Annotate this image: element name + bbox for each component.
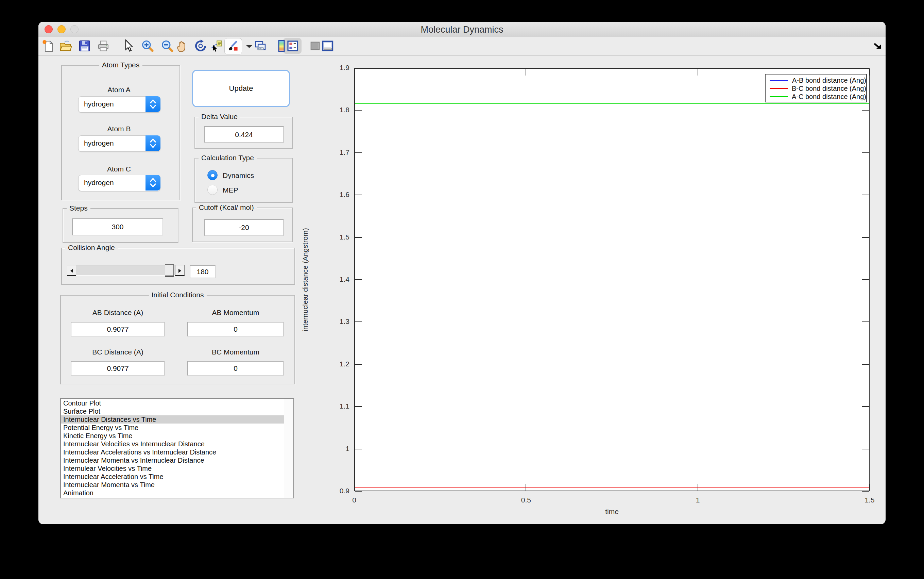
bc-momentum-field[interactable]	[187, 361, 284, 376]
y-tick	[355, 449, 362, 450]
ab-distance-label: AB Distance (A)	[71, 309, 165, 317]
y-tick-label: 1.4	[324, 275, 349, 283]
collision-angle-field[interactable]	[190, 265, 215, 278]
pan-icon[interactable]	[175, 39, 189, 53]
bc-momentum-label: BC Momentum	[187, 348, 284, 356]
steps-field[interactable]	[72, 218, 163, 236]
steps-title: Steps	[67, 204, 90, 212]
y-tick-right	[862, 406, 869, 407]
brush-data-icon[interactable]	[226, 39, 240, 53]
plot-list-item[interactable]: Internuclear Momenta vs Time	[61, 481, 284, 489]
atom-c-label: Atom C	[78, 165, 160, 173]
y-tick-right	[862, 322, 869, 322]
plot-list-item[interactable]: Surface Plot	[61, 407, 284, 415]
y-tick	[355, 322, 362, 322]
y-tick-right	[862, 364, 869, 365]
y-tick	[355, 237, 362, 238]
ab-momentum-field[interactable]	[187, 322, 284, 337]
rotate-3d-icon[interactable]	[194, 39, 207, 53]
listbox-scrollbar[interactable]	[284, 399, 293, 498]
legend-entry-label: A-B bond distance (Ang)	[792, 77, 866, 84]
calculation-type-title: Calculation Type	[199, 154, 257, 162]
y-tick-right	[862, 237, 869, 238]
y-tick-right	[862, 110, 869, 111]
zoom-in-icon[interactable]	[141, 39, 154, 53]
popup-chevrons-icon	[145, 136, 160, 151]
y-tick	[355, 68, 362, 69]
atom-a-popup[interactable]: hydrogen	[78, 96, 160, 113]
brush-dropdown-icon[interactable]	[243, 39, 249, 53]
plot-list-item[interactable]: Internuclear Accelerations vs Internucle…	[61, 448, 284, 456]
plot-list-item[interactable]: Kinetic Energy vs Time	[61, 432, 284, 440]
legend-line-sample	[770, 80, 788, 81]
legend-line-sample	[770, 88, 788, 89]
data-cursor-icon[interactable]	[210, 39, 223, 53]
print-figure-icon[interactable]	[96, 39, 110, 53]
delta-value-field[interactable]	[204, 126, 284, 143]
slider-right-arrow[interactable]	[175, 265, 184, 276]
plot-list-item[interactable]: Internuclear Velocities vs Internuclear …	[61, 440, 284, 448]
y-tick-right	[862, 491, 869, 492]
series-line-1	[355, 487, 869, 488]
y-tick	[355, 152, 362, 153]
insert-legend-icon[interactable]	[286, 39, 300, 53]
open-file-icon[interactable]	[59, 39, 72, 53]
dynamics-radio[interactable]	[207, 170, 218, 180]
plot-legend[interactable]: A-B bond distance (Ang)B-C bond distance…	[765, 74, 867, 102]
plot-list-item[interactable]: Internuclear Distances vs Time	[61, 415, 284, 424]
y-tick-right	[862, 152, 869, 153]
y-tick	[355, 364, 362, 365]
mep-radio-label: MEP	[223, 186, 238, 194]
y-tick	[355, 279, 362, 280]
y-tick-label: 1	[324, 445, 349, 453]
plot-area[interactable]	[354, 68, 870, 491]
x-tick	[697, 484, 698, 491]
plot-list-item[interactable]: Contour Plot	[61, 399, 284, 407]
plot-list-item[interactable]: Internulear Velocities vs Time	[61, 465, 284, 473]
collision-angle-slider-track[interactable]	[76, 265, 175, 276]
window-title: Molecular Dynamics	[38, 25, 886, 35]
plot-list-item[interactable]: Internuclear Acceleration vs Time	[61, 473, 284, 481]
y-axis-label: internuclear distance (Angstrom)	[301, 228, 310, 331]
mep-radio[interactable]	[207, 185, 218, 195]
app-window: Molecular Dynamics	[38, 22, 886, 524]
legend-entry: A-B bond distance (Ang)	[766, 76, 866, 84]
legend-entry: A-C bond distance (Ang)	[766, 93, 866, 101]
legend-entry-label: B-C bond distance (Ang)	[792, 85, 866, 93]
atom-b-popup[interactable]: hydrogen	[78, 136, 160, 152]
y-tick-right	[862, 195, 869, 195]
atom-b-label: Atom B	[78, 125, 160, 133]
edit-pointer-icon[interactable]	[121, 39, 135, 53]
atom-c-popup[interactable]: hydrogen	[78, 175, 160, 191]
y-tick-label: 1.8	[324, 106, 349, 114]
ab-distance-field[interactable]	[71, 322, 165, 337]
hide-plot-tools-icon[interactable]	[308, 39, 322, 53]
plot-list-item[interactable]: Potential Energy vs Time	[61, 424, 284, 432]
popup-chevrons-icon	[145, 175, 160, 190]
cutoff-field[interactable]	[204, 219, 284, 236]
plot-list-item[interactable]: Animation	[61, 489, 284, 497]
ab-momentum-label: AB Momentum	[187, 309, 284, 317]
plot-type-listbox[interactable]: Contour PlotSurface PlotInternuclear Dis…	[60, 398, 294, 498]
initial-conditions-title: Initial Conditions	[148, 291, 206, 299]
cutoff-title: Cutoff (Kcal/ mol)	[196, 203, 257, 212]
legend-line-sample	[770, 96, 788, 97]
y-tick-right	[862, 279, 869, 280]
update-button[interactable]: Update	[192, 70, 290, 107]
bc-distance-field[interactable]	[71, 361, 165, 376]
y-tick-right	[862, 449, 869, 450]
series-line-2	[355, 103, 869, 104]
toolbar-overflow-icon[interactable]	[871, 39, 881, 53]
save-figure-icon[interactable]	[78, 39, 91, 53]
collision-angle-slider-thumb[interactable]	[165, 264, 174, 276]
y-tick	[355, 110, 362, 111]
title-bar[interactable]: Molecular Dynamics	[38, 22, 886, 37]
zoom-out-icon[interactable]	[160, 39, 174, 53]
slider-left-arrow[interactable]	[67, 265, 76, 276]
x-tick-top	[354, 69, 355, 75]
link-plot-icon[interactable]	[254, 39, 267, 53]
y-tick	[355, 491, 362, 492]
new-figure-icon[interactable]	[41, 39, 55, 53]
show-plot-tools-icon[interactable]	[321, 39, 334, 53]
plot-list-item[interactable]: Internuclear Momenta vs Internuclear Dis…	[61, 456, 284, 465]
